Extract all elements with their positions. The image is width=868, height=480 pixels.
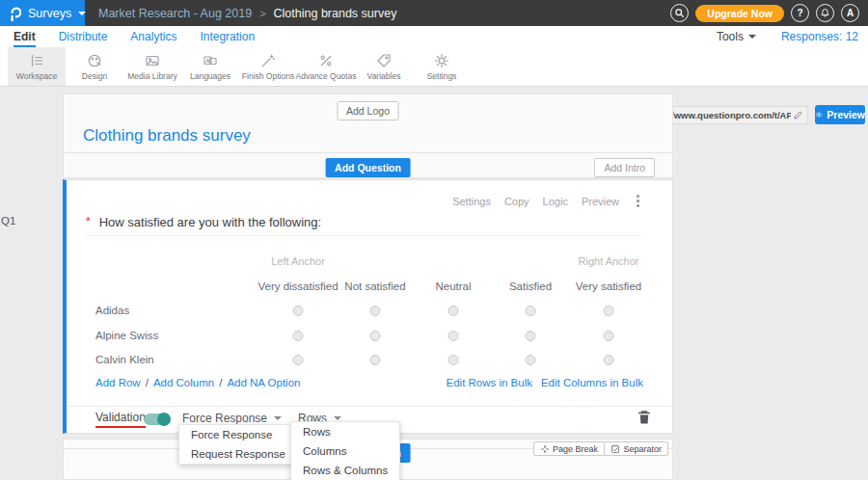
radio-button[interactable]	[370, 306, 381, 316]
validation-label[interactable]: Validation	[95, 411, 146, 428]
edit-columns-bulk-link[interactable]: Edit Columns in Bulk	[541, 377, 643, 388]
radio-button[interactable]	[604, 331, 614, 341]
matrix-column-header: Not satisfied	[344, 280, 405, 292]
matrix-row-label[interactable]: Calvin Klein	[95, 354, 154, 365]
question-preview-link[interactable]: Preview	[582, 196, 619, 207]
matrix-column-header: Neutral	[435, 280, 471, 292]
question-copy-link[interactable]: Copy	[504, 196, 529, 207]
edit-pencil-icon[interactable]	[793, 110, 803, 120]
question-logic-link[interactable]: Logic	[543, 196, 568, 207]
menu-item-distribute[interactable]: Distribute	[59, 26, 108, 47]
radio-button[interactable]	[604, 306, 614, 316]
breadcrumb-separator: >	[259, 8, 265, 19]
add-column-link[interactable]: Add Column	[153, 377, 214, 388]
toolbar-item-finish-options[interactable]: Finish Options	[239, 47, 297, 86]
add-logo-button[interactable]: Add Logo	[337, 101, 399, 120]
wand-icon	[259, 52, 277, 69]
breadcrumb: Market Research - Aug 2019 > Clothing br…	[98, 7, 396, 20]
breadcrumb-folder[interactable]: Market Research - Aug 2019	[98, 7, 252, 20]
product-name: Surveys	[28, 7, 71, 20]
delete-question-button[interactable]	[637, 410, 651, 429]
radio-button[interactable]	[448, 355, 459, 365]
page-break-icon	[540, 444, 550, 454]
toolbar-item-settings[interactable]: Settings	[413, 47, 471, 86]
menu-option-columns[interactable]: Columns	[291, 441, 399, 461]
radio-button[interactable]	[293, 355, 304, 365]
radio-button[interactable]	[526, 306, 536, 316]
radio-button[interactable]	[293, 306, 304, 316]
avatar[interactable]: A	[841, 4, 859, 22]
matrix-row-label[interactable]: Alpine Swiss	[95, 330, 158, 341]
right-anchor-label: Right Anchor	[579, 255, 639, 267]
matrix-column-header: Satisfied	[509, 280, 552, 292]
toolbar-item-advance-quotas[interactable]: Advance Quotas	[297, 47, 355, 86]
top-bar: Surveys Market Research - Aug 2019 > Clo…	[0, 0, 868, 26]
help-button[interactable]: ?	[791, 4, 809, 22]
menu-option-request-response[interactable]: Request Response	[179, 444, 297, 464]
question-settings-link[interactable]: Settings	[452, 196, 491, 207]
force-response-menu: Force Response Request Response	[178, 424, 298, 465]
question-text[interactable]: How satisfied are you with the following…	[99, 215, 322, 229]
radio-button[interactable]	[448, 331, 459, 341]
more-options-icon[interactable]	[633, 194, 643, 208]
question-text-underline	[86, 235, 642, 236]
menu-option-rows-columns[interactable]: Rows & Columns	[291, 461, 399, 480]
survey-title[interactable]: Clothing brands survey	[83, 126, 251, 146]
search-icon	[674, 8, 685, 18]
notifications-button[interactable]	[816, 4, 834, 22]
checkbox-icon	[610, 444, 620, 454]
radio-button[interactable]	[370, 355, 381, 365]
product-switcher[interactable]: Surveys	[0, 0, 85, 26]
questionpro-logo-icon	[9, 6, 21, 21]
top-bar-actions: Upgrade Now ? A	[670, 4, 868, 22]
tools-dropdown[interactable]: Tools	[717, 30, 756, 43]
menu-item-edit[interactable]: Edit	[14, 26, 36, 47]
validation-toggle[interactable]	[144, 413, 169, 425]
add-na-option-link[interactable]: Add NA Option	[227, 377, 300, 388]
add-intro-button[interactable]: Add Intro	[594, 158, 655, 177]
breadcrumb-current: Clothing brands survey	[274, 7, 397, 20]
eye-icon	[815, 110, 823, 120]
main-menu: Edit Distribute Analytics Integration To…	[0, 26, 868, 47]
force-response-dropdown[interactable]: Force Response	[182, 412, 282, 425]
toolbar-item-languages[interactable]: Languages	[181, 47, 239, 86]
preview-button[interactable]: Preview	[815, 105, 865, 124]
search-button[interactable]	[670, 4, 689, 22]
add-question-button[interactable]: Add Question	[325, 158, 411, 177]
trash-icon	[637, 410, 651, 425]
menu-option-rows[interactable]: Rows	[291, 422, 399, 441]
palette-icon	[86, 52, 103, 69]
percent-icon	[317, 52, 335, 69]
radio-button[interactable]	[604, 355, 614, 365]
toolbar-item-workspace[interactable]: Workspace	[8, 47, 66, 86]
toolbar-item-design[interactable]: Design	[66, 47, 123, 86]
chevron-down-icon	[748, 35, 756, 42]
toolbar-item-media-library[interactable]: Media Library	[123, 47, 181, 86]
matrix-column-header: Very dissatisfied	[258, 280, 338, 292]
image-icon	[144, 52, 161, 69]
toolbar-item-variables[interactable]: Variables	[355, 47, 413, 86]
divider	[67, 406, 672, 407]
menu-item-integration[interactable]: Integration	[200, 26, 255, 47]
radio-button[interactable]	[448, 306, 459, 316]
question-actions: Settings Copy Logic Preview	[452, 194, 643, 208]
chevron-down-icon	[274, 416, 282, 424]
responses-count-link[interactable]: Responses: 12	[781, 30, 858, 43]
matrix-row-label[interactable]: Adidas	[95, 305, 129, 316]
radio-button[interactable]	[293, 331, 304, 341]
add-row-link[interactable]: Add Row	[95, 377, 141, 388]
radio-button[interactable]	[370, 331, 381, 341]
page-break-button[interactable]: Page Break	[533, 441, 605, 456]
radio-button[interactable]	[526, 331, 536, 341]
workspace-icon	[28, 52, 45, 69]
survey-header-card: Add Logo Clothing brands survey Add Ques…	[63, 93, 673, 178]
translate-icon	[202, 52, 219, 69]
separator-button[interactable]: Separator	[604, 441, 668, 456]
question-number-label: Q1	[1, 215, 15, 227]
upgrade-now-button[interactable]: Upgrade Now	[695, 5, 784, 22]
survey-editor-app: Surveys Market Research - Aug 2019 > Clo…	[0, 0, 868, 480]
edit-rows-bulk-link[interactable]: Edit Rows in Bulk	[447, 377, 532, 388]
menu-option-force-response[interactable]: Force Response	[179, 425, 297, 444]
radio-button[interactable]	[526, 355, 536, 365]
menu-item-analytics[interactable]: Analytics	[130, 26, 176, 47]
